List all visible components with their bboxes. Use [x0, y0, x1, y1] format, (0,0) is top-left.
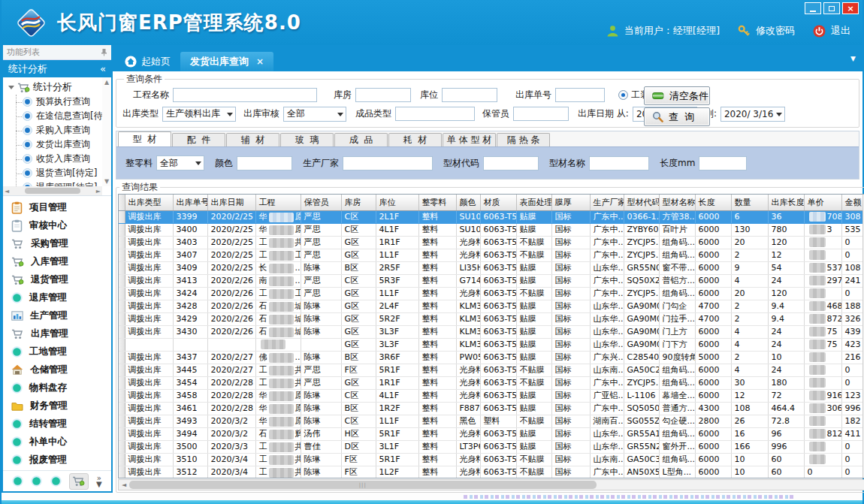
- material-tab-6[interactable]: 单 体 型 材: [443, 133, 496, 146]
- grid-row[interactable]: 调拨出库34132020/2/26南...严思C区5R3F整料G71422606…: [119, 274, 864, 287]
- grid-row[interactable]: 调拨出库34032020/2/25工共工程严思G区1R1F整料光身料6063-T…: [119, 236, 864, 249]
- change-password-link[interactable]: 修改密码: [756, 24, 795, 38]
- grid-row[interactable]: 调拨出库34932020/3/2华原...陈琳C区1L1F整料黑色塑料不贴膜国标…: [119, 415, 864, 427]
- sidebar-module-13[interactable]: 补单中心: [3, 433, 111, 451]
- grid-row[interactable]: 调拨出库34282020/2/26石城陈琳G区2L4F整料KLM38176063…: [119, 300, 864, 312]
- sidebar-module-14[interactable]: 报废管理: [3, 451, 111, 469]
- keeper-input[interactable]: [513, 107, 569, 121]
- sidebar-group-header[interactable]: 统计分析 «: [3, 60, 111, 77]
- sidebar-module-5[interactable]: 退库管理: [3, 288, 111, 306]
- grid-row[interactable]: 调拨出库35122020/3/4工共工程陈琳F区1L2F整料光身料6063-T5…: [119, 466, 864, 478]
- material-tab-7[interactable]: 隔 热 条: [497, 133, 550, 146]
- tree-item-5[interactable]: 退货查询[待定]: [14, 166, 111, 180]
- grid-row[interactable]: 调拨出库34072020/2/25工工程严思G区1L1F整料光身料6063-T5…: [119, 249, 864, 261]
- length-input[interactable]: [699, 156, 747, 171]
- grid-horizontal-scrollbar[interactable]: ◄|||►: [118, 479, 864, 490]
- grid-row[interactable]: 调拨出库34452020/2/27工共工程严思F区5R1F整料光身料6063-T…: [119, 364, 864, 376]
- outbound-no-input[interactable]: [555, 88, 605, 102]
- grid-row[interactable]: 调拨出库34002020/2/25华原...严思C区4L1F整料SU10...6…: [119, 223, 864, 236]
- warehouse-input[interactable]: [355, 88, 411, 102]
- column-header[interactable]: 长度: [695, 195, 731, 210]
- quick-circle-teal-icon[interactable]: [50, 475, 62, 487]
- sidebar-module-8[interactable]: 工地管理: [3, 343, 111, 361]
- pin-icon[interactable]: [101, 48, 107, 56]
- tab-close-icon[interactable]: ×: [256, 56, 264, 67]
- grid-row[interactable]: 调拨出库33992020/2/25华原...严思C区2L1F整料SU10...6…: [119, 210, 864, 223]
- column-header[interactable]: 出库类型: [125, 195, 173, 210]
- manufacturer-input[interactable]: [343, 156, 433, 171]
- material-tab-0[interactable]: 型 材: [118, 131, 171, 146]
- column-header[interactable]: 工程: [255, 195, 301, 210]
- column-header[interactable]: 型材代码: [624, 195, 659, 210]
- outbound-type-select[interactable]: 生产领料出库: [162, 107, 236, 122]
- column-header[interactable]: 生产厂家: [590, 195, 624, 210]
- sidebar-module-1[interactable]: 审核中心: [3, 216, 111, 234]
- expander-icon[interactable]: [8, 86, 14, 89]
- horizontal-scroll-thumb[interactable]: |||: [129, 481, 597, 489]
- sidebar-module-6[interactable]: 生产管理: [3, 306, 111, 324]
- tree-item-3[interactable]: 发货出库查询: [14, 137, 111, 152]
- tree-vertical-scrollbar[interactable]: ▲▼: [102, 77, 111, 186]
- tree-item-1[interactable]: 在途信息查询[待: [14, 109, 111, 123]
- grid-row[interactable]: 调拨出库35002020/3/3工共工程曹佳D区3L1F整料LT3P606063…: [119, 440, 864, 453]
- collapse-icon[interactable]: «: [100, 63, 106, 74]
- whole-part-select[interactable]: 全部: [156, 155, 204, 171]
- column-header[interactable]: 金额: [841, 195, 864, 210]
- grid-row[interactable]: 调拨出库34292020/2/26石城陈琳G区5R2F整料KLM38176063…: [119, 312, 864, 325]
- column-header[interactable]: 膜厚: [551, 195, 590, 210]
- material-tab-1[interactable]: 配 件: [172, 133, 225, 146]
- logout-link[interactable]: 退出: [831, 24, 850, 38]
- toolbar-overflow-button[interactable]: »▼: [96, 475, 102, 487]
- cart-toolbar-button[interactable]: [69, 473, 89, 490]
- tab-home[interactable]: 起始页: [115, 52, 180, 71]
- sidebar-module-7[interactable]: 出库管理: [3, 324, 111, 343]
- maximize-button[interactable]: [823, 2, 840, 14]
- column-header[interactable]: 出库长度: [768, 195, 804, 210]
- profile-code-input[interactable]: [483, 156, 539, 171]
- grid-row[interactable]: 调拨出库34612020/2/28华原...陈琳B区1R2F整料F8877FT6…: [119, 402, 864, 415]
- column-header[interactable]: 出库单号: [173, 195, 207, 210]
- search-button[interactable]: 查 询: [644, 107, 710, 126]
- grid-row[interactable]: 调拨出库34582020/2/28华原...陈琳C区4L1F整料光身料6063-…: [119, 389, 864, 402]
- tree-item-2[interactable]: 采购入库查询: [14, 123, 111, 137]
- clear-conditions-button[interactable]: 清空条件: [644, 86, 710, 105]
- material-tab-5[interactable]: 耗 材: [388, 133, 442, 146]
- column-header[interactable]: 保管员: [301, 195, 341, 210]
- quick-circle-teal-icon[interactable]: [31, 475, 42, 487]
- material-tab-2[interactable]: 辅 材: [226, 133, 279, 146]
- gongzhuang-radio[interactable]: [618, 90, 628, 100]
- grid-row[interactable]: 调拨出库34942020/3/2石辉城汤伟H区5R1F整料光身料6063-T5贴…: [119, 427, 864, 440]
- grid-row[interactable]: 调拨出库34542020/2/28工共工程严思G区1R1F整料光身料6063-T…: [119, 376, 864, 389]
- column-header[interactable]: 数量: [731, 195, 768, 210]
- material-tab-3[interactable]: 玻 璃: [280, 133, 334, 146]
- sidebar-module-10[interactable]: 物料盘存: [3, 379, 111, 397]
- outbound-audit-select[interactable]: 全部: [283, 107, 346, 122]
- grid-row[interactable]: 调拨出库34092020/2/25长...陈琳B区2R5F整料LI35HD606…: [119, 261, 864, 274]
- grid-row[interactable]: 调拨出库35102020/3/4工共工程陈琳F区5R1F整料光身料6063-T5…: [119, 453, 864, 466]
- location-input[interactable]: [442, 88, 497, 102]
- column-header[interactable]: 出库日期: [207, 195, 255, 210]
- column-header[interactable]: 材质: [480, 195, 516, 210]
- project-name-input[interactable]: [173, 88, 317, 102]
- minimize-button[interactable]: [805, 2, 821, 14]
- tree-item-4[interactable]: 收货入库查询: [14, 152, 111, 166]
- quick-circle-teal-icon[interactable]: [12, 475, 23, 487]
- grid-row[interactable]: 调拨出库34242020/2/26工工程严思G区1L1F整料光身料6063-T5…: [119, 287, 864, 300]
- column-header[interactable]: 型材名称: [659, 195, 695, 210]
- column-header[interactable]: 颜色: [456, 195, 480, 210]
- sidebar-module-12[interactable]: 结转管理: [3, 415, 111, 433]
- tree-item-0[interactable]: 预算执行查询: [14, 95, 111, 109]
- tab-list-dropdown-icon[interactable]: ▼: [850, 55, 856, 62]
- sidebar-module-2[interactable]: 采购管理: [3, 234, 111, 252]
- tree-horizontal-scrollbar[interactable]: ◄►: [3, 186, 102, 195]
- column-header[interactable]: 单价: [804, 195, 841, 210]
- column-header[interactable]: 库位: [376, 195, 418, 210]
- material-tab-4[interactable]: 成 品: [334, 133, 388, 146]
- sidebar-module-3[interactable]: 入库管理: [3, 252, 111, 270]
- sidebar-module-4[interactable]: 退货管理: [3, 270, 111, 288]
- sidebar-module-11[interactable]: 财务管理: [3, 397, 111, 415]
- profile-name-input[interactable]: [589, 156, 649, 171]
- column-header[interactable]: 库房: [341, 195, 376, 210]
- close-button[interactable]: ×: [842, 2, 859, 14]
- grid-row[interactable]: 调拨出库34372020/2/27佛...陈琳B区3R6F整料PW056063-…: [119, 351, 864, 364]
